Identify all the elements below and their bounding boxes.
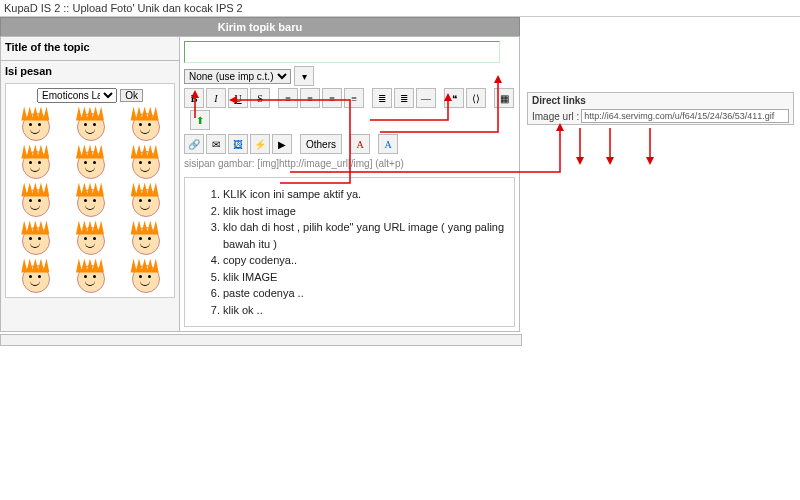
image-url-input[interactable]	[581, 109, 789, 123]
editor-toolbar-row2: 🔗 ✉ 🖼 ⚡ ▶ Others A A	[184, 132, 515, 156]
align-justify-button[interactable]: ≡	[344, 88, 364, 108]
instruction-item: paste codenya ..	[223, 285, 506, 302]
list-ol-button[interactable]: ≣	[394, 88, 414, 108]
image-button[interactable]: 🖼	[228, 134, 248, 154]
emoticon-item[interactable]	[73, 221, 107, 255]
topic-title-input[interactable]	[184, 41, 500, 63]
instruction-item: klik host image	[223, 203, 506, 220]
emoticon-item[interactable]	[128, 221, 162, 255]
font-select[interactable]: None (use imp c.t.)	[184, 69, 291, 84]
emoticon-item[interactable]	[73, 259, 107, 293]
quote-button[interactable]: ❝	[444, 88, 464, 108]
emoticon-item[interactable]	[18, 145, 52, 179]
editor-toolbar: B I U S ≡ ≡ ≡ ≡ ≣ ≣ — ❝ ⟨⟩ ▦ ⬆	[184, 86, 515, 132]
emoticon-item[interactable]	[18, 107, 52, 141]
code-button[interactable]: ⟨⟩	[466, 88, 486, 108]
direct-links-header: Direct links	[528, 93, 793, 108]
font-apply-button[interactable]: ▾	[294, 66, 314, 86]
align-right-button[interactable]: ≡	[322, 88, 342, 108]
email-button[interactable]: ✉	[206, 134, 226, 154]
svg-marker-7	[576, 157, 584, 165]
footer-strip	[0, 334, 522, 346]
instruction-item: copy codenya..	[223, 252, 506, 269]
table-button[interactable]: ▦	[494, 88, 514, 108]
post-form-table: Kirim topik baru Title of the topic None…	[0, 17, 520, 332]
emoticon-select[interactable]: Emoticons Lain	[37, 88, 117, 103]
list-ul-button[interactable]: ≣	[372, 88, 392, 108]
emoticon-item[interactable]	[18, 259, 52, 293]
title-label-cell: Title of the topic	[1, 37, 180, 61]
flash-button[interactable]: ⚡	[250, 134, 270, 154]
emoticon-item[interactable]	[128, 145, 162, 179]
bold-button[interactable]: B	[184, 88, 204, 108]
emoticon-grid	[10, 107, 170, 293]
instruction-item: klik ok ..	[223, 302, 506, 319]
emoticon-item[interactable]	[128, 259, 162, 293]
host-image-button[interactable]: ⬆	[190, 110, 210, 130]
instruction-item: klik IMAGE	[223, 269, 506, 286]
hr-button[interactable]: —	[416, 88, 436, 108]
image-url-label: Image url :	[532, 111, 579, 122]
underline-button[interactable]: U	[228, 88, 248, 108]
svg-marker-11	[646, 157, 654, 165]
content-label: Isi pesan	[5, 65, 52, 77]
emoticon-item[interactable]	[128, 183, 162, 217]
emoticon-panel: Emoticons Lain Ok	[5, 83, 175, 298]
video-button[interactable]: ▶	[272, 134, 292, 154]
emoticon-item[interactable]	[73, 183, 107, 217]
emoticon-item[interactable]	[128, 107, 162, 141]
instruction-item: klo dah di host , pilih kode" yang URL i…	[223, 219, 506, 252]
font-size-button[interactable]: A	[378, 134, 398, 154]
link-button[interactable]: 🔗	[184, 134, 204, 154]
instruction-box: KLIK icon ini sampe aktif ya. klik host …	[184, 177, 515, 327]
section-title: Kirim topik baru	[1, 18, 520, 37]
image-hint: sisipan gambar: [img]http://image_url[/i…	[184, 156, 515, 171]
text-color-button[interactable]: A	[350, 134, 370, 154]
others-button[interactable]: Others	[300, 134, 342, 154]
emoticon-item[interactable]	[73, 107, 107, 141]
emoticon-item[interactable]	[73, 145, 107, 179]
title-label: Title of the topic	[5, 41, 90, 53]
instruction-item: KLIK icon ini sampe aktif ya.	[223, 186, 506, 203]
direct-links-panel: Direct links Image url :	[527, 92, 794, 125]
breadcrumb: KupaD IS 2 :: Upload Foto' Unik dan koca…	[0, 0, 800, 17]
svg-marker-9	[606, 157, 614, 165]
align-left-button[interactable]: ≡	[278, 88, 298, 108]
italic-button[interactable]: I	[206, 88, 226, 108]
emoticon-ok-button[interactable]: Ok	[120, 89, 143, 102]
emoticon-item[interactable]	[18, 183, 52, 217]
strike-button[interactable]: S	[250, 88, 270, 108]
emoticon-item[interactable]	[18, 221, 52, 255]
align-center-button[interactable]: ≡	[300, 88, 320, 108]
